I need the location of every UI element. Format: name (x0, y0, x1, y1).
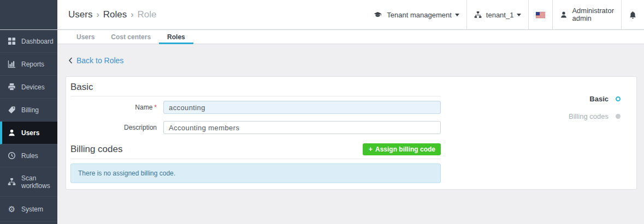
sidebar-item-label: Billing (21, 106, 39, 114)
role-form-column: Basic Name* Description Billing codes + (70, 82, 441, 183)
sidebar-item-label: Dashboard (21, 38, 54, 45)
breadcrumb-users[interactable]: Users (68, 9, 92, 20)
sidebar-item-reports[interactable]: Reports (0, 53, 57, 76)
header-actions: Tenant management tenant_1 Administrator (366, 0, 644, 29)
basic-section-header: Basic (70, 82, 441, 96)
sidebar-nav: Dashboard Reports Devices Billing (0, 30, 57, 222)
no-billing-code-alert: There is no assigned billing code. (70, 164, 441, 183)
wizard-step-label: Basic (589, 95, 608, 103)
breadcrumb-separator-icon: › (131, 10, 133, 20)
sitemap-icon (7, 178, 16, 186)
description-field-label: Description (70, 124, 163, 131)
wizard-step-label: Billing codes (569, 112, 608, 120)
required-asterisk: * (154, 104, 157, 111)
tenant-management-label: Tenant management (387, 11, 452, 19)
app-root: Dashboard Reports Devices Billing (0, 0, 644, 224)
wizard-step-billing-codes[interactable]: Billing codes (569, 112, 622, 120)
name-field-row: Name* (70, 101, 441, 114)
wizard-step-basic[interactable]: Basic (569, 95, 622, 103)
sidebar-item-devices[interactable]: Devices (0, 76, 57, 99)
sidebar: Dashboard Reports Devices Billing (0, 0, 57, 224)
user-menu[interactable]: Administrator admin (552, 0, 621, 29)
plus-icon: + (368, 146, 373, 153)
user-name-line1: Administrator (572, 7, 614, 15)
caret-down-icon (517, 14, 521, 16)
back-to-roles-label: Back to Roles (76, 56, 123, 65)
wizard-steps: Basic Billing codes (569, 95, 622, 130)
main-content: Back to Roles Basic Name* Description (57, 45, 644, 224)
caret-down-icon (455, 14, 459, 16)
sidebar-item-label: System (21, 205, 43, 213)
name-field-label: Name* (70, 104, 163, 111)
user-name-line2: admin (572, 14, 591, 22)
sidebar-item-label: Scan workflows (21, 174, 57, 190)
person-icon (7, 129, 16, 137)
sidebar-item-label: Rules (21, 152, 38, 160)
tab-roles[interactable]: Roles (159, 30, 193, 44)
person-icon (560, 11, 568, 19)
basic-section-title: Basic (70, 82, 93, 92)
breadcrumb-roles[interactable]: Roles (103, 9, 127, 20)
sitemap-icon (474, 11, 482, 19)
header-divider (0, 29, 644, 30)
breadcrumb-current: Role (138, 9, 157, 20)
bell-icon (629, 11, 637, 19)
billing-codes-section-header: Billing codes + Assign billing code (70, 143, 441, 159)
sidebar-item-label: Reports (21, 60, 44, 68)
printer-icon (7, 83, 16, 92)
gear-icon: ⚙ (7, 205, 16, 214)
back-to-roles-link[interactable]: Back to Roles (68, 56, 123, 65)
tenant-selector[interactable]: tenant_1 (466, 0, 529, 29)
breadcrumb-separator-icon: › (96, 10, 99, 20)
role-detail-card: Basic Name* Description Billing codes + (66, 76, 637, 190)
billing-codes-section-title: Billing codes (70, 144, 122, 155)
sidebar-item-scan-workflows[interactable]: Scan workflows (0, 167, 57, 197)
tab-users[interactable]: Users (68, 30, 103, 44)
breadcrumb: Users › Roles › Role (68, 9, 366, 20)
sidebar-item-system[interactable]: ⚙ System (0, 197, 57, 222)
notifications-button[interactable] (621, 0, 644, 29)
user-name: Administrator admin (572, 7, 614, 22)
language-selector[interactable] (528, 0, 552, 29)
dashboard-icon (7, 37, 16, 46)
chevron-left-icon (68, 57, 73, 64)
sidebar-item-rules[interactable]: Rules (0, 144, 57, 167)
assign-billing-code-label: Assign billing code (375, 146, 435, 153)
sidebar-item-billing[interactable]: Billing (0, 99, 57, 122)
description-field-row: Description (70, 121, 441, 134)
tag-icon (7, 106, 16, 114)
tab-cost-centers[interactable]: Cost centers (103, 30, 159, 44)
sidebar-item-label: Users (21, 129, 39, 137)
tab-bar: Users Cost centers Roles (57, 30, 644, 44)
description-input[interactable] (163, 121, 441, 134)
sidebar-item-users[interactable]: Users (0, 122, 57, 144)
step-active-circle-icon (614, 95, 622, 103)
bar-chart-icon (7, 60, 16, 69)
name-input[interactable] (163, 101, 441, 114)
clock-icon (7, 152, 16, 160)
assign-billing-code-button[interactable]: + Assign billing code (363, 143, 441, 155)
top-header: Users › Roles › Role Tenant management t… (57, 0, 644, 29)
graduation-cap-icon (373, 11, 382, 19)
tenant-management-menu[interactable]: Tenant management (366, 0, 466, 29)
us-flag-icon (536, 12, 545, 18)
sidebar-item-dashboard[interactable]: Dashboard (0, 30, 57, 53)
tenant-label: tenant_1 (486, 11, 514, 19)
sidebar-item-label: Devices (21, 83, 45, 91)
step-pending-dot-icon (614, 113, 622, 120)
